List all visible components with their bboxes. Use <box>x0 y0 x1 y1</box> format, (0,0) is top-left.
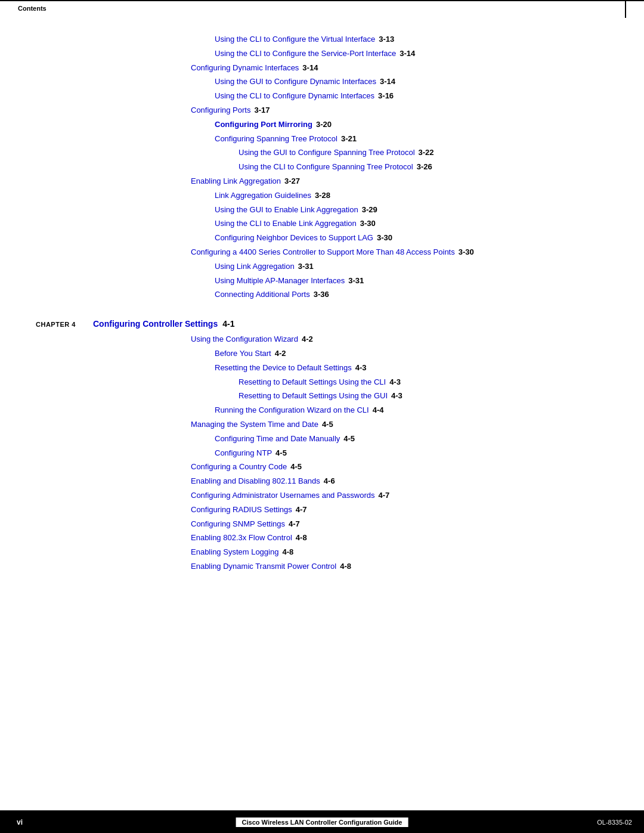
toc-page: 4-5 <box>275 447 287 460</box>
toc-link[interactable]: Using Multiple AP-Manager Interfaces <box>215 275 345 287</box>
toc-row: Using the Configuration Wizard 4-2 <box>191 333 608 346</box>
toc-page: 3-28 <box>315 190 330 202</box>
toc-link[interactable]: Link Aggregation Guidelines <box>215 190 311 202</box>
toc-link[interactable]: Using the CLI to Enable Link Aggregation <box>215 218 357 230</box>
toc-row: Using the GUI to Configure Dynamic Inter… <box>215 76 608 88</box>
toc-page: 3-26 <box>417 161 432 174</box>
toc-link[interactable]: Using the CLI to Configure Spanning Tree… <box>239 161 413 174</box>
toc-link[interactable]: Configuring Administrator Usernames and … <box>191 490 375 502</box>
toc-link[interactable]: Configuring SNMP Settings <box>191 518 285 531</box>
toc-page: 4-8 <box>296 532 307 544</box>
toc-page: 3-13 <box>379 33 394 46</box>
toc-row: Configuring Neighbor Devices to Support … <box>215 232 608 244</box>
toc-link[interactable]: Using the GUI to Enable Link Aggregation <box>215 204 358 216</box>
toc-row: Configuring Ports 3-17 <box>191 104 608 117</box>
toc-page: 3-16 <box>378 90 394 103</box>
top-bar: Contents <box>0 0 644 16</box>
toc-page: 4-8 <box>282 546 293 559</box>
toc-row: Configuring Spanning Tree Protocol 3-21 <box>215 133 608 145</box>
toc-link[interactable]: Resetting to Default Settings Using the … <box>239 376 386 389</box>
toc-page: 3-30 <box>377 232 392 244</box>
toc-link[interactable]: Configuring Port Mirroring <box>215 119 312 131</box>
toc-row: Using Link Aggregation 3-31 <box>215 261 608 273</box>
toc-row: Link Aggregation Guidelines 3-28 <box>215 190 608 202</box>
toc-link[interactable]: Resetting to Default Settings Using the … <box>239 390 388 402</box>
toc-link[interactable]: Configuring Ports <box>191 104 250 117</box>
top-right-line <box>625 0 626 18</box>
toc-link[interactable]: Enabling and Disabling 802.11 Bands <box>191 475 320 488</box>
toc-row: Using the GUI to Enable Link Aggregation… <box>215 204 608 216</box>
toc-page: 3-31 <box>298 261 314 273</box>
toc-page: 4-2 <box>275 348 286 360</box>
toc-link[interactable]: Configuring a 4400 Series Controller to … <box>191 246 455 259</box>
toc-row: Configuring RADIUS Settings 4-7 <box>191 504 608 516</box>
toc-page: 3-21 <box>341 133 357 145</box>
toc-page: 4-3 <box>389 376 401 389</box>
toc-page: 4-7 <box>289 518 300 531</box>
footer-title: Cisco Wireless LAN Controller Configurat… <box>236 817 408 827</box>
toc-link[interactable]: Configuring a Country Code <box>191 461 287 473</box>
toc-page: 3-22 <box>419 147 434 159</box>
toc-page: 3-36 <box>314 289 329 301</box>
toc-link[interactable]: Using the CLI to Configure the Virtual I… <box>215 33 375 46</box>
toc-link[interactable]: Enabling Link Aggregation <box>191 175 281 188</box>
doc-number: OL-8335-02 <box>597 819 632 826</box>
toc-page: 4-6 <box>324 475 335 488</box>
toc-page: 3-14 <box>400 48 415 60</box>
toc-row: Enabling Dynamic Transmit Power Control … <box>191 561 608 573</box>
toc-link[interactable]: Enabling 802.3x Flow Control <box>191 532 292 544</box>
chapter-page: 4-1 <box>222 319 234 329</box>
toc-link[interactable]: Configuring Neighbor Devices to Support … <box>215 232 373 244</box>
chapter-title[interactable]: Configuring Controller Settings <box>93 319 218 329</box>
toc-row: Using the CLI to Configure the Service-P… <box>215 48 608 60</box>
toc-link[interactable]: Running the Configuration Wizard on the … <box>215 404 369 417</box>
toc-page: 4-7 <box>379 490 390 502</box>
toc-row: Running the Configuration Wizard on the … <box>215 404 608 417</box>
toc-row: Using the CLI to Configure Dynamic Inter… <box>215 90 608 103</box>
toc-link[interactable]: Using the GUI to Configure Dynamic Inter… <box>215 76 376 88</box>
toc-link[interactable]: Before You Start <box>215 348 271 360</box>
toc-link[interactable]: Enabling System Logging <box>191 546 278 559</box>
toc-row: Configuring a Country Code 4-5 <box>191 461 608 473</box>
toc-link[interactable]: Using the Configuration Wizard <box>191 333 298 346</box>
toc-link[interactable]: Managing the System Time and Date <box>191 419 318 431</box>
toc-page: 4-8 <box>340 561 351 573</box>
toc-page: 4-3 <box>355 362 367 374</box>
toc-page: 3-14 <box>380 76 395 88</box>
toc-link[interactable]: Resetting the Device to Default Settings <box>215 362 352 374</box>
page: Contents Using the CLI to Configure the … <box>0 0 644 833</box>
toc-link[interactable]: Configuring RADIUS Settings <box>191 504 292 516</box>
toc-page: 4-4 <box>373 404 384 417</box>
toc-row: Configuring Administrator Usernames and … <box>191 490 608 502</box>
toc-page: 3-30 <box>360 218 376 230</box>
toc-row: Enabling and Disabling 802.11 Bands 4-6 <box>191 475 608 488</box>
toc-link[interactable]: Configuring NTP <box>215 447 272 460</box>
toc-row: Configuring Port Mirroring 3-20 <box>215 119 608 131</box>
toc-link[interactable]: Configuring Time and Date Manually <box>215 433 340 445</box>
toc-link[interactable]: Using the GUI to Configure Spanning Tree… <box>239 147 415 159</box>
toc-row: Using the CLI to Configure Spanning Tree… <box>239 161 608 174</box>
toc-row: Before You Start 4-2 <box>215 348 608 360</box>
toc-page: 3-17 <box>254 104 270 117</box>
toc-page: 3-14 <box>302 62 318 75</box>
toc-page: 3-30 <box>459 246 474 259</box>
toc-page: 4-3 <box>391 390 402 402</box>
toc-link[interactable]: Configuring Spanning Tree Protocol <box>215 133 338 145</box>
toc-link[interactable]: Using the CLI to Configure the Service-P… <box>215 48 396 60</box>
toc-content: Using the CLI to Configure the Virtual I… <box>0 16 644 623</box>
toc-page: 3-29 <box>362 204 377 216</box>
toc-link[interactable]: Connecting Additional Ports <box>215 289 310 301</box>
bottom-bar: vi Cisco Wireless LAN Controller Configu… <box>0 810 644 833</box>
toc-row: Configuring a 4400 Series Controller to … <box>191 246 608 259</box>
toc-row: Using the CLI to Enable Link Aggregation… <box>215 218 608 230</box>
toc-link[interactable]: Using the CLI to Configure Dynamic Inter… <box>215 90 374 103</box>
toc-link[interactable]: Enabling Dynamic Transmit Power Control <box>191 561 336 573</box>
toc-link[interactable]: Configuring Dynamic Interfaces <box>191 62 299 75</box>
toc-page: 3-27 <box>284 175 300 188</box>
toc-row: Using the GUI to Configure Spanning Tree… <box>239 147 608 159</box>
toc-row: Using the CLI to Configure the Virtual I… <box>215 33 608 46</box>
toc-section-ch3: Using the CLI to Configure the Virtual I… <box>36 33 608 301</box>
toc-link[interactable]: Using Link Aggregation <box>215 261 295 273</box>
chapter-label: CHAPTER 4 <box>36 321 83 328</box>
toc-page: 4-5 <box>290 461 302 473</box>
